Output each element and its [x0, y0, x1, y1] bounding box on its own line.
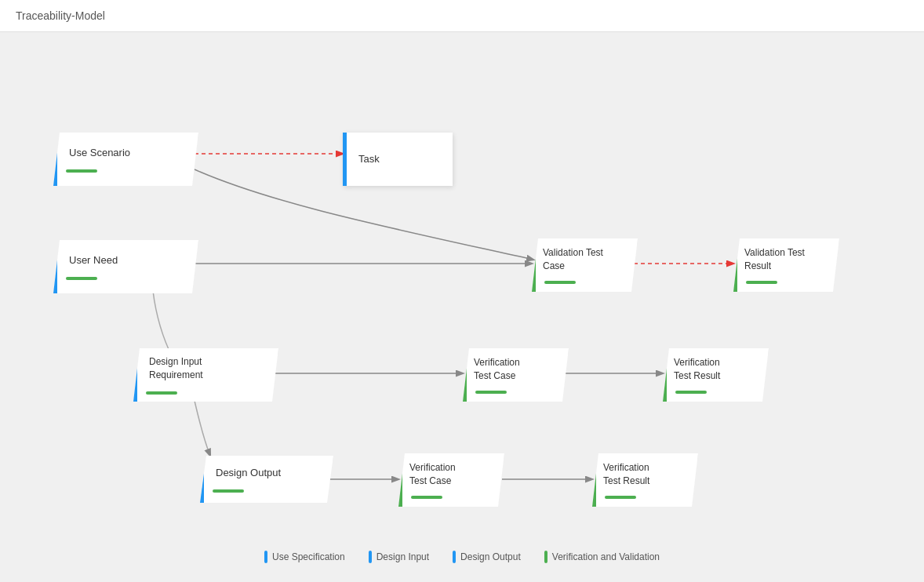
vtr-bar	[746, 281, 777, 284]
arrow-dir-do	[195, 401, 210, 456]
user-need-node: User Need	[53, 240, 198, 293]
legend-design-input: Design Input	[369, 551, 429, 563]
legend-design-input-label: Design Input	[377, 551, 429, 562]
use-scenario-accent	[53, 133, 57, 186]
legend-vv-label: Verification and Validation	[552, 551, 660, 562]
validation-test-case-node: Validation TestCase	[532, 238, 638, 292]
vtc2-label: VerificationTest Case	[398, 455, 504, 494]
page-title: Traceability-Model	[16, 9, 105, 22]
legend-design-output: Design Output	[453, 551, 521, 563]
arrow-userneed-dir	[153, 291, 173, 358]
page-header: Traceability-Model	[0, 0, 924, 32]
user-need-bar	[66, 277, 97, 280]
vtr1-bar	[675, 391, 707, 394]
legend-use-spec-bar	[264, 551, 267, 563]
do-accent	[200, 456, 204, 503]
dir-accent	[133, 348, 137, 402]
do-bar	[213, 489, 244, 493]
legend-design-input-bar	[369, 551, 372, 563]
vtr2-label: VerificationTest Result	[592, 455, 698, 494]
user-need-accent	[53, 240, 57, 293]
vtr2-node: VerificationTest Result	[592, 453, 698, 507]
legend-use-spec-label: Use Specification	[272, 551, 345, 562]
design-input-req-node: Design InputRequirement	[133, 348, 278, 402]
vtr-label: Validation TestResult	[733, 240, 839, 279]
vtr1-accent	[663, 348, 667, 402]
vtc1-bar	[475, 391, 507, 394]
vtc-label: Validation TestCase	[532, 240, 638, 279]
user-need-label: User Need	[53, 247, 198, 274]
vtr1-label: VerificationTest Result	[663, 350, 769, 389]
vtr1-node: VerificationTest Result	[663, 348, 769, 402]
design-output-node: Design Output	[200, 456, 333, 503]
task-label: Task	[343, 146, 453, 173]
vtc2-bar	[411, 496, 442, 499]
vtc2-accent	[398, 453, 402, 507]
vtc-bar	[544, 281, 576, 284]
dir-bar	[146, 391, 177, 395]
dir-label: Design InputRequirement	[133, 349, 278, 388]
page: Traceability-Model	[0, 0, 924, 582]
vtc-accent	[532, 238, 536, 292]
vtc1-accent	[463, 348, 467, 402]
validation-test-result-node: Validation TestResult	[733, 238, 839, 292]
vtr2-accent	[592, 453, 596, 507]
use-scenario-node: Use Scenario	[53, 133, 198, 186]
vtr2-bar	[605, 496, 636, 499]
use-scenario-bar	[66, 169, 97, 173]
legend-use-spec: Use Specification	[264, 551, 345, 563]
use-scenario-label: Use Scenario	[53, 140, 198, 166]
vtc2-node: VerificationTest Case	[398, 453, 504, 507]
diagram-area: Use Scenario Task User Need Validation T…	[0, 32, 924, 579]
vtc1-label: VerificationTest Case	[463, 350, 569, 389]
task-node: Task	[343, 133, 453, 186]
legend-vv-bar	[544, 551, 547, 563]
vtr-accent	[733, 238, 737, 292]
vtc1-node: VerificationTest Case	[463, 348, 569, 402]
legend-design-output-bar	[453, 551, 456, 563]
legend-vv: Verification and Validation	[544, 551, 660, 563]
task-accent	[343, 133, 347, 186]
legend: Use Specification Design Input Design Ou…	[264, 551, 660, 563]
do-label: Design Output	[200, 460, 333, 486]
legend-design-output-label: Design Output	[460, 551, 521, 562]
